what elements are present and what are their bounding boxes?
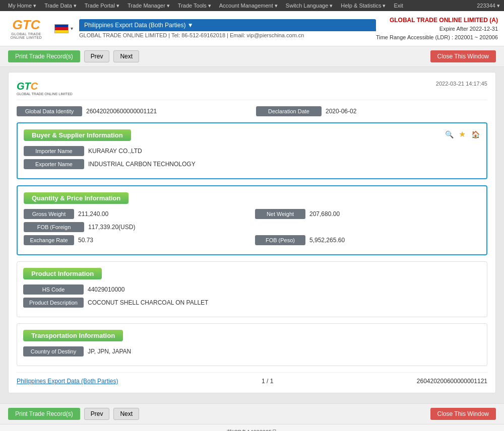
close-window-button[interactable]: Close This Window: [430, 50, 496, 62]
nav-trade-portal[interactable]: Trade Portal ▾: [81, 0, 123, 11]
fob-foreign-label: FOB (Foreign: [24, 222, 84, 232]
time-range: Time Range Accessible (LDR) : 202001 ~ 2…: [376, 33, 498, 42]
country-row: Country of Destiny JP, JPN, JAPAN: [23, 346, 481, 356]
flag-arrow: ▾: [71, 26, 73, 31]
exporter-name-label: Exporter Name: [24, 159, 84, 169]
exchange-rate-label: Exchange Rate: [24, 235, 74, 245]
nav-trade-tools[interactable]: Trade Tools ▾: [174, 0, 215, 11]
logo-gt: GT: [13, 17, 31, 32]
icp-number: 苏ICP备14033305号: [8, 428, 496, 431]
declaration-date-value: 2020-06-02: [326, 108, 487, 115]
nav-exit[interactable]: Exit: [390, 0, 407, 11]
next-button[interactable]: Next: [113, 50, 139, 62]
logo-subtitle: GLOBAL TRADE ONLINE LIMITED: [6, 32, 46, 39]
search-area: Philippines Export Data (Both Parties) ▼…: [79, 19, 376, 38]
importer-name-label: Importer Name: [24, 146, 84, 156]
country-value: JP, JPN, JAPAN: [88, 348, 481, 355]
global-data-row: Global Data Identity 2604202006000000011…: [17, 106, 487, 116]
record-header: GTC GLOBAL TRADE ONLINE LIMITED 2022-03-…: [17, 81, 487, 100]
fob-peso-value: 5,952,265.60: [309, 237, 480, 244]
buyer-supplier-section: Buyer & Supplier Information Importer Na…: [17, 122, 487, 179]
product-section: Product Information HS Code 44029010000 …: [17, 261, 487, 317]
bottom-next-button[interactable]: Next: [113, 408, 139, 420]
buyer-supplier-fields: Buyer & Supplier Information Importer Na…: [24, 129, 444, 172]
fob-foreign-row: FOB (Foreign 117,339.20(USD): [24, 222, 480, 232]
top-navigation: My Home ▾ Trade Data ▾ Trade Portal ▾ Tr…: [0, 0, 504, 11]
buyer-supplier-inner: Buyer & Supplier Information Importer Na…: [24, 129, 480, 172]
account-company-name: GLOBAL TRADE ONLINE LIMITED (A): [376, 16, 498, 25]
fob-peso-label: FOB (Peso): [255, 235, 305, 245]
declaration-date-field: Declaration Date 2020-06-02: [256, 106, 487, 116]
logo-c: C: [31, 17, 40, 32]
country-label: Country of Destiny: [23, 346, 84, 356]
nav-switch-language[interactable]: Switch Language ▾: [282, 0, 337, 11]
transportation-section: Transportation Information Country of De…: [17, 323, 487, 366]
nav-trade-data[interactable]: Trade Data ▾: [40, 0, 81, 11]
expire-date: Expire After 2022-12-31: [376, 25, 498, 33]
nav-help-statistics[interactable]: Help & Statistics ▾: [337, 0, 390, 11]
contact-info: GLOBAL TRADE ONLINE LIMITED | Tel: 86-51…: [79, 32, 376, 38]
exporter-row: Exporter Name INDUSTRIAL CARBON TECHNOLO…: [24, 159, 444, 169]
weight-row: Gross Weight 211,240.00 Net Weight 207,6…: [24, 209, 480, 219]
transportation-section-title: Transportation Information: [23, 330, 123, 341]
page-footer: 苏ICP备14033305号 Company Website | Global …: [0, 424, 504, 431]
logo-letters: GTC: [13, 18, 40, 31]
exchange-rate-row: Exchange Rate 50.73 FOB (Peso) 5,952,265…: [24, 235, 480, 245]
bottom-close-button[interactable]: Close This Window: [430, 408, 496, 420]
gross-weight-label: Gross Weight: [24, 209, 74, 219]
nav-my-home[interactable]: My Home ▾: [4, 0, 40, 11]
global-data-identity-value: 260420200600000001121: [86, 108, 248, 115]
footer-link[interactable]: Philippines Export Data (Both Parties): [17, 378, 118, 385]
gross-weight-value: 211,240.00: [78, 210, 249, 218]
net-weight-value: 207,680.00: [309, 210, 480, 218]
bottom-print-button[interactable]: Print Trade Record(s): [8, 408, 80, 420]
flag-dropdown[interactable]: ▾: [54, 24, 73, 33]
record-card: GTC GLOBAL TRADE ONLINE LIMITED 2022-03-…: [8, 72, 496, 393]
net-weight-field: Net Weight 207,680.00: [255, 209, 480, 219]
bottom-prev-button[interactable]: Prev: [84, 408, 110, 420]
star-icon[interactable]: ★: [457, 129, 467, 139]
fob-peso-field: FOB (Peso) 5,952,265.60: [255, 235, 480, 245]
importer-name-value: KURARAY CO.,LTD: [88, 148, 444, 155]
company-logo: GTC GLOBAL TRADE ONLINE LIMITED: [6, 16, 46, 41]
hs-code-label: HS Code: [23, 284, 84, 295]
logo-area: GTC GLOBAL TRADE ONLINE LIMITED ▾: [6, 16, 73, 41]
product-desc-value: COCONUT SHELL CHARCOAL ON PALLET: [88, 299, 481, 306]
importer-row: Importer Name KURARAY CO.,LTD: [24, 146, 444, 156]
gross-weight-field: Gross Weight 211,240.00: [24, 209, 249, 219]
card-footer: Philippines Export Data (Both Parties) 1…: [17, 372, 487, 385]
declaration-date-label: Declaration Date: [256, 106, 322, 116]
record-logo-sub: GLOBAL TRADE ONLINE LIMITED: [17, 92, 73, 96]
hs-code-value: 44029010000: [88, 286, 481, 293]
main-content: GTC GLOBAL TRADE ONLINE LIMITED 2022-03-…: [0, 67, 504, 403]
page-info: 1 / 1: [262, 378, 273, 385]
footer-record-id: 260420200600000001121: [417, 378, 487, 385]
top-toolbar: Print Trade Record(s) Prev Next Close Th…: [0, 46, 504, 67]
exporter-name-value: INDUSTRIAL CARBON TECHNOLOGY: [88, 161, 444, 168]
bottom-toolbar: Print Trade Record(s) Prev Next Close Th…: [0, 403, 504, 424]
data-source-selector[interactable]: Philippines Export Data (Both Parties) ▼: [79, 19, 376, 31]
nav-account-management[interactable]: Account Management ▾: [215, 0, 282, 11]
philippines-flag: [54, 24, 69, 33]
exchange-rate-value: 50.73: [78, 237, 249, 244]
record-logo: GTC GLOBAL TRADE ONLINE LIMITED: [17, 81, 73, 96]
product-desc-row: Product Description COCONUT SHELL CHARCO…: [23, 298, 481, 308]
print-button[interactable]: Print Trade Record(s): [8, 50, 80, 62]
search-icon[interactable]: 🔍: [444, 129, 454, 139]
fob-foreign-value: 117,339.20(USD): [88, 224, 480, 231]
account-info: GLOBAL TRADE ONLINE LIMITED (A) Expire A…: [376, 16, 498, 41]
quantity-price-title: Quantity & Price Information: [24, 192, 129, 204]
buyer-supplier-title: Buyer & Supplier Information: [24, 129, 131, 141]
net-weight-label: Net Weight: [255, 209, 305, 219]
record-logo-letters: GTC: [17, 81, 73, 92]
header: GTC GLOBAL TRADE ONLINE LIMITED ▾ Philip…: [0, 11, 504, 46]
product-section-title: Product Information: [23, 268, 102, 279]
nav-trade-manager[interactable]: Trade Manager ▾: [123, 0, 174, 11]
product-desc-label: Product Description: [23, 298, 84, 308]
prev-button[interactable]: Prev: [84, 50, 110, 62]
record-timestamp: 2022-03-21 14:17:45: [436, 81, 487, 87]
home-icon[interactable]: 🏠: [470, 129, 480, 139]
user-number[interactable]: 223344 ▾: [477, 3, 500, 9]
quantity-price-section: Quantity & Price Information Gross Weigh…: [17, 185, 487, 255]
global-data-field: Global Data Identity 2604202006000000011…: [17, 106, 248, 116]
